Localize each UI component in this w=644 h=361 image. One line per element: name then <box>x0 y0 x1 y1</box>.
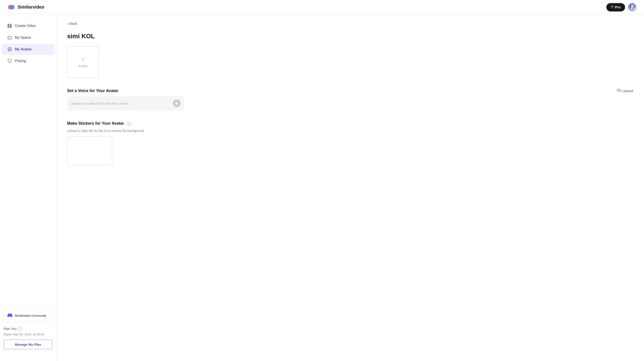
back-button[interactable]: ‹ Back <box>67 21 77 25</box>
pro-label: Pro <box>615 5 620 9</box>
sidebar-item-pricing-label: Pricing <box>15 59 26 63</box>
sidebar-item-my-space-label: My Space <box>15 35 31 40</box>
sidebar-item-my-avatar-label: My Avatar <box>15 47 32 51</box>
sidebar: Create Video My Space My <box>0 14 56 361</box>
sidebar-item-my-space[interactable]: My Space <box>2 32 54 43</box>
layout: Create Video My Space My <box>0 14 644 361</box>
upload-icon <box>617 88 621 93</box>
play-icon <box>176 102 178 105</box>
user-avatar[interactable]: 🐶 <box>628 3 637 12</box>
plan-label: Plan: Pro i <box>4 327 52 331</box>
svg-point-2 <box>10 5 12 9</box>
sidebar-item-my-avatar[interactable]: My Avatar <box>2 44 54 55</box>
back-label: Back <box>70 21 77 25</box>
sticker-section-header: Make Stickers for Your Avatar ? <box>67 121 633 126</box>
page-title: simi KOL <box>67 33 633 40</box>
film-icon <box>7 23 12 28</box>
voice-placeholder: Upload an audio file for the AI to clone… <box>71 101 173 105</box>
logo-area: Similarvideo <box>7 3 44 11</box>
sidebar-bottom: Similarvideo Community Plan: Pro i Expir… <box>0 306 56 356</box>
plan-info: Plan: Pro i Expire: Dec 04, 2024, 15:33:… <box>4 326 52 352</box>
sticker-upload-box[interactable] <box>67 136 112 165</box>
header-right: ♡ Pro 🐶 <box>606 3 637 12</box>
header: Similarvideo ♡ Pro 🐶 <box>0 0 644 14</box>
logo-icon <box>7 3 15 11</box>
avatar-upload-label: Avatar <box>78 64 87 68</box>
discord-icon <box>8 313 12 319</box>
sticker-section-title: Make Stickers for Your Avatar ? <box>67 121 131 126</box>
user-avatar-emoji: 🐶 <box>630 4 635 10</box>
pro-button[interactable]: ♡ Pro <box>606 3 625 11</box>
main-content: ‹ Back simi KOL + Avatar Set a Voice for… <box>56 14 644 361</box>
voice-upload-label: Upload <box>622 89 633 93</box>
play-button[interactable] <box>173 99 180 107</box>
svg-point-5 <box>9 48 10 49</box>
heart-icon: ♡ <box>611 5 614 9</box>
manage-plan-button[interactable]: Manage My Plan <box>4 340 52 349</box>
community-label: Similarvideo Community <box>15 314 46 318</box>
sticker-section: Make Stickers for Your Avatar ? Upload a… <box>67 121 633 165</box>
sticker-subtitle: Upload a video file for the AI to remove… <box>67 129 633 133</box>
voice-section-title: Set a Voice for Your Avatar <box>67 88 118 93</box>
sticker-info-icon[interactable]: ? <box>127 122 131 126</box>
sidebar-item-create-video[interactable]: Create Video <box>2 20 54 31</box>
folder-icon <box>7 35 12 40</box>
voice-section-header: Set a Voice for Your Avatar Upload <box>67 88 633 93</box>
voice-upload-button[interactable]: Upload <box>617 88 633 93</box>
avatar-upload-box[interactable]: + Avatar <box>67 46 99 78</box>
voice-input-row: Upload an audio file for the AI to clone… <box>67 96 184 110</box>
community-box[interactable]: Similarvideo Community <box>4 310 52 322</box>
svg-rect-3 <box>8 24 12 28</box>
sidebar-nav: Create Video My Space My <box>0 20 56 67</box>
expire-text: Expire: Dec 04, 2024, 15:33:34 <box>4 332 52 337</box>
sidebar-item-pricing[interactable]: Pricing <box>2 55 54 67</box>
logo-text: Similarvideo <box>18 4 44 10</box>
back-chevron-icon: ‹ <box>67 21 68 25</box>
info-icon[interactable]: i <box>18 327 22 331</box>
tag-icon <box>7 58 12 63</box>
sidebar-item-create-video-label: Create Video <box>15 24 36 28</box>
user-circle-icon <box>7 47 12 52</box>
plus-icon: + <box>81 56 84 62</box>
